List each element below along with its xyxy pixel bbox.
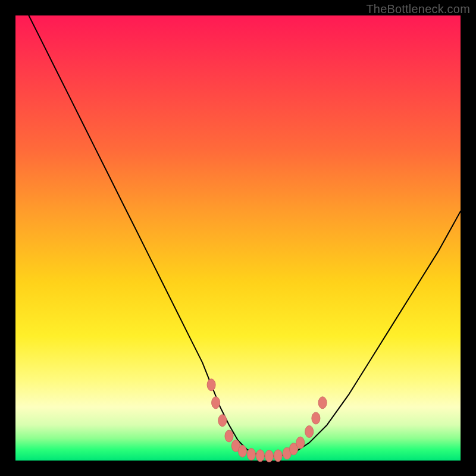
trough-marker bbox=[212, 397, 220, 409]
chart-frame: TheBottleneck.com bbox=[0, 0, 476, 476]
trough-marker bbox=[318, 397, 327, 409]
trough-marker bbox=[265, 450, 273, 462]
plot-area bbox=[15, 15, 461, 461]
trough-marker bbox=[305, 425, 314, 437]
trough-marker bbox=[225, 430, 233, 442]
trough-marker bbox=[239, 445, 247, 457]
trough-marker bbox=[312, 412, 320, 424]
trough-marker bbox=[207, 379, 215, 391]
trough-marker bbox=[247, 449, 255, 461]
bottleneck-curve bbox=[29, 15, 461, 456]
trough-marker-group bbox=[207, 379, 327, 462]
trough-marker bbox=[296, 437, 305, 449]
trough-marker bbox=[274, 450, 282, 462]
plot-svg bbox=[15, 15, 461, 461]
trough-marker bbox=[256, 450, 264, 462]
trough-marker bbox=[218, 415, 227, 427]
watermark-text: TheBottleneck.com bbox=[366, 2, 470, 16]
